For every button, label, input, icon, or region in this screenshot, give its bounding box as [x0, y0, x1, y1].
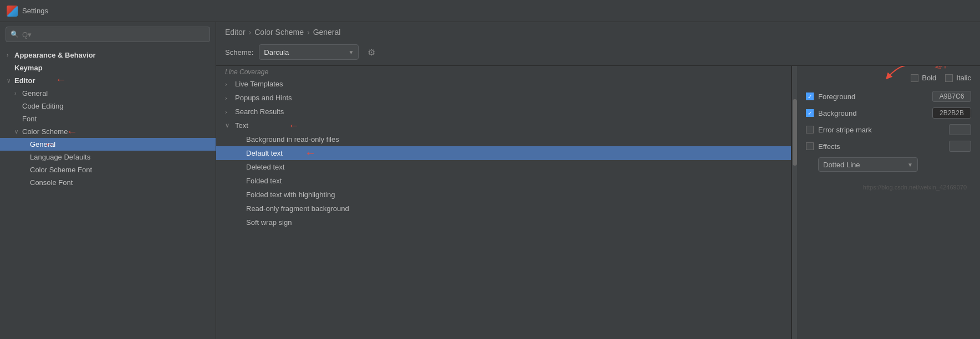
list-label-search-results: Search Results: [235, 107, 284, 116]
sidebar-item-editor[interactable]: ∨ Editor ←: [0, 74, 216, 87]
background-color-swatch[interactable]: 2B2B2B: [932, 107, 971, 119]
list-item-deleted-text[interactable]: Deleted text: [216, 160, 791, 174]
sidebar-label-console-font: Console Font: [30, 178, 73, 187]
footer-url: https://blog.csdn.net/weixin_42469070: [806, 183, 971, 192]
foreground-row: Foreground A9B7C6: [806, 91, 971, 102]
list-label-folded-text: Folded text: [246, 177, 282, 185]
dotted-line-arrow: ▼: [907, 162, 913, 168]
sidebar-label-code-editing: Code Editing: [22, 102, 63, 110]
breadcrumb-sep2: ›: [307, 28, 310, 37]
sidebar-item-general[interactable]: › General: [0, 87, 216, 100]
list-label-live-templates: Live Templates: [235, 80, 283, 88]
list-panel: Line Coverage › Live Templates › Popups …: [216, 66, 792, 339]
sidebar-label-language-defaults: Language Defaults: [30, 153, 90, 161]
chevron-down-icon: ∨: [7, 78, 14, 84]
sidebar-label-color-scheme: Color Scheme: [22, 127, 68, 136]
arrow-search-results: ›: [225, 109, 232, 115]
effects-checkbox[interactable]: [806, 142, 814, 150]
scheme-row: Scheme: Darcula ▼ ⚙: [216, 41, 980, 65]
breadcrumb-sep1: ›: [249, 28, 252, 37]
list-item-soft-wrap[interactable]: Soft wrap sign: [216, 215, 791, 229]
chinese-annotation-container: 选中: [935, 66, 949, 70]
error-stripe-checkbox[interactable]: [806, 126, 814, 133]
italic-checkbox[interactable]: [945, 74, 953, 82]
search-input[interactable]: [22, 30, 205, 39]
search-box[interactable]: 🔍: [6, 27, 210, 42]
sidebar-item-language-defaults[interactable]: Language Defaults: [0, 151, 216, 163]
sidebar-item-keymap[interactable]: Keymap: [0, 61, 216, 74]
sidebar-item-appearance[interactable]: › Appearance & Behavior: [0, 49, 216, 61]
gear-button[interactable]: ⚙: [364, 46, 379, 59]
general-sub-red-arrow: ←: [44, 138, 55, 151]
scheme-label: Scheme:: [225, 48, 253, 56]
scheme-value: Darcula: [264, 48, 289, 56]
sidebar-item-color-scheme-font[interactable]: Color Scheme Font: [0, 163, 216, 176]
sidebar-item-general-sub[interactable]: General ←: [0, 138, 216, 151]
faded-item: Line Coverage: [216, 66, 791, 77]
foreground-label: Foreground: [818, 93, 928, 101]
background-label: Background: [818, 109, 928, 117]
list-scrollbar[interactable]: [792, 66, 797, 339]
effects-color[interactable]: [949, 141, 971, 152]
effects-row: Effects: [806, 141, 971, 152]
list-label-readonly-fragment: Read-only fragment background: [246, 204, 349, 213]
sidebar-label-font: Font: [22, 115, 37, 123]
chevron-down-icon2: ∨: [14, 129, 22, 135]
properties-panel: 选中 Bold: [797, 66, 980, 339]
annotation-arrow-down: [882, 66, 916, 82]
breadcrumb-color-scheme: Color Scheme: [254, 28, 304, 37]
sidebar-label-color-scheme-font: Color Scheme Font: [30, 166, 92, 174]
sidebar-label-editor: Editor: [14, 76, 35, 85]
list-item-search-results[interactable]: › Search Results: [216, 105, 791, 119]
chevron-right-icon: ›: [7, 52, 14, 58]
chevron-right-icon2: ›: [14, 90, 22, 96]
error-stripe-label: Error stripe mark: [818, 126, 945, 134]
sidebar-tree: › Appearance & Behavior Keymap ∨ Editor …: [0, 47, 216, 339]
breadcrumb-general: General: [313, 28, 341, 37]
breadcrumb: Editor › Color Scheme › General: [216, 22, 980, 41]
error-stripe-row: Error stripe mark: [806, 124, 971, 135]
text-red-arrow: ←: [288, 119, 299, 132]
faded-label: Line Coverage: [225, 68, 268, 76]
scheme-dropdown[interactable]: Darcula ▼: [259, 44, 359, 60]
effects-label: Effects: [818, 142, 945, 151]
list-item-live-templates[interactable]: › Live Templates: [216, 77, 791, 91]
list-label-folded-highlighting: Folded text with highlighting: [246, 191, 335, 199]
foreground-checkbox[interactable]: [806, 93, 814, 100]
background-checkbox[interactable]: [806, 109, 814, 117]
title-bar: Settings: [0, 0, 980, 22]
list-label-deleted-text: Deleted text: [246, 163, 284, 171]
bold-label: Bold: [922, 74, 936, 82]
italic-label: Italic: [956, 74, 971, 82]
sidebar-item-code-editing[interactable]: Code Editing: [0, 100, 216, 112]
foreground-color-swatch[interactable]: A9B7C6: [932, 91, 971, 102]
editor-red-arrow: ←: [55, 74, 67, 87]
scrollbar-thumb: [793, 99, 797, 166]
main-content: 🔍 › Appearance & Behavior Keymap ∨ Edito…: [0, 22, 980, 339]
list-item-bg-readonly[interactable]: Background in read-only files: [216, 132, 791, 146]
list-item-folded-highlighting[interactable]: Folded text with highlighting: [216, 188, 791, 202]
dotted-line-dropdown[interactable]: Dotted Line ▼: [818, 157, 918, 172]
title-bar-text: Settings: [22, 7, 48, 15]
sidebar-item-console-font[interactable]: Console Font: [0, 176, 216, 189]
sidebar: 🔍 › Appearance & Behavior Keymap ∨ Edito…: [0, 22, 216, 339]
sidebar-label-general: General: [22, 89, 48, 97]
foreground-color-value: A9B7C6: [940, 93, 964, 100]
sidebar-item-font[interactable]: Font: [0, 112, 216, 125]
list-item-readonly-fragment[interactable]: Read-only fragment background: [216, 202, 791, 215]
sidebar-item-color-scheme[interactable]: ∨ Color Scheme ←: [0, 125, 216, 138]
footer-url-container: https://blog.csdn.net/weixin_42469070: [806, 183, 971, 192]
default-text-red-arrow: ←: [305, 147, 316, 160]
background-row: Background 2B2B2B: [806, 107, 971, 119]
color-scheme-red-arrow: ←: [67, 125, 78, 138]
list-item-text[interactable]: ∨ Text ←: [216, 119, 791, 132]
error-stripe-color[interactable]: [949, 124, 971, 135]
list-item-folded-text[interactable]: Folded text: [216, 174, 791, 188]
list-item-popups-hints[interactable]: › Popups and Hints: [216, 91, 791, 105]
search-icon: 🔍: [11, 30, 19, 38]
list-item-default-text[interactable]: Default text ←: [216, 146, 791, 160]
chinese-annotation-text: 选中: [935, 66, 949, 70]
list-label-default-text: Default text: [246, 149, 283, 157]
sidebar-label-keymap: Keymap: [14, 64, 43, 72]
chevron-down-icon3: ▼: [348, 49, 354, 55]
